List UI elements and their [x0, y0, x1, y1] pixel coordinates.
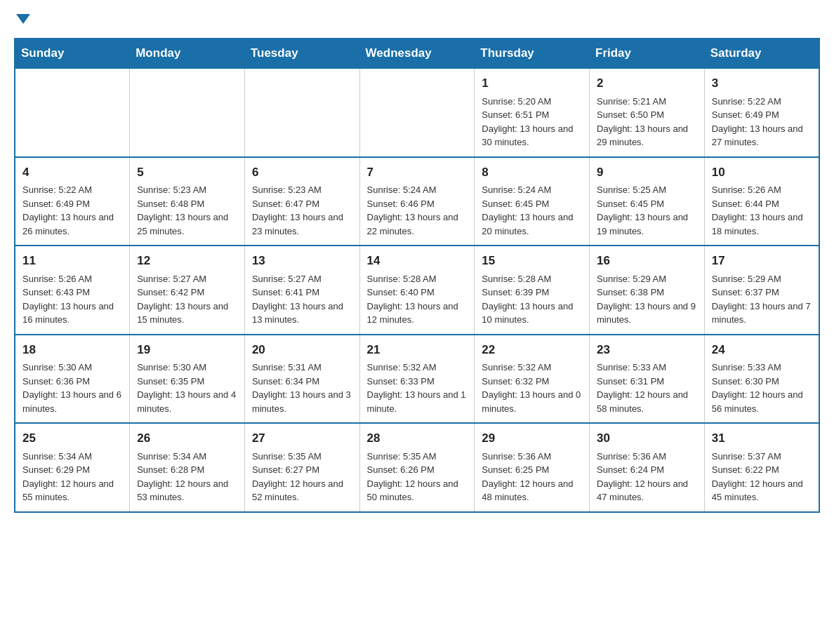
calendar-cell: 19Sunrise: 5:30 AMSunset: 6:35 PMDayligh… [130, 335, 245, 424]
calendar-cell: 22Sunrise: 5:32 AMSunset: 6:32 PMDayligh… [475, 335, 590, 424]
sunset-text: Sunset: 6:24 PM [597, 463, 697, 477]
daylight-text: Daylight: 13 hours and 12 minutes. [367, 300, 468, 327]
daylight-text: Daylight: 13 hours and 19 minutes. [597, 210, 697, 238]
sunset-text: Sunset: 6:35 PM [137, 375, 237, 389]
sunset-text: Sunset: 6:37 PM [712, 286, 812, 300]
day-number: 31 [712, 429, 812, 448]
calendar-cell [244, 68, 359, 157]
calendar-cell: 5Sunrise: 5:23 AMSunset: 6:48 PMDaylight… [130, 157, 245, 246]
day-number: 6 [252, 163, 352, 182]
sunset-text: Sunset: 6:31 PM [597, 375, 697, 389]
sunrise-text: Sunrise: 5:34 AM [22, 450, 122, 464]
daylight-text: Daylight: 13 hours and 16 minutes. [22, 300, 122, 327]
sunset-text: Sunset: 6:48 PM [137, 197, 237, 211]
calendar-cell: 7Sunrise: 5:24 AMSunset: 6:46 PMDaylight… [359, 157, 475, 246]
calendar-cell: 23Sunrise: 5:33 AMSunset: 6:31 PMDayligh… [590, 335, 705, 424]
sunrise-text: Sunrise: 5:21 AM [597, 95, 697, 109]
weekday-header-wednesday: Wednesday [359, 39, 475, 68]
day-number: 13 [252, 252, 352, 270]
sunset-text: Sunset: 6:45 PM [597, 197, 697, 211]
sunset-text: Sunset: 6:27 PM [252, 463, 352, 477]
daylight-text: Daylight: 12 hours and 47 minutes. [597, 477, 697, 504]
weekday-header-sunday: Sunday [15, 39, 130, 68]
day-number: 18 [22, 341, 122, 359]
sunset-text: Sunset: 6:25 PM [482, 463, 582, 477]
sunrise-text: Sunrise: 5:26 AM [22, 272, 122, 286]
daylight-text: Daylight: 13 hours and 10 minutes. [482, 300, 582, 327]
sunrise-text: Sunrise: 5:27 AM [252, 272, 352, 286]
day-number: 11 [22, 252, 122, 270]
sunrise-text: Sunrise: 5:29 AM [597, 272, 697, 286]
calendar-cell: 12Sunrise: 5:27 AMSunset: 6:42 PMDayligh… [130, 246, 245, 335]
daylight-text: Daylight: 12 hours and 45 minutes. [712, 477, 812, 504]
sunrise-text: Sunrise: 5:33 AM [597, 361, 697, 375]
sunset-text: Sunset: 6:47 PM [252, 197, 352, 211]
day-number: 12 [137, 252, 237, 270]
day-number: 1 [482, 74, 582, 93]
daylight-text: Daylight: 12 hours and 52 minutes. [252, 477, 352, 504]
daylight-text: Daylight: 12 hours and 56 minutes. [712, 388, 812, 415]
calendar-cell [359, 68, 475, 157]
daylight-text: Daylight: 13 hours and 7 minutes. [712, 300, 812, 327]
sunrise-text: Sunrise: 5:25 AM [597, 183, 697, 197]
day-number: 27 [252, 429, 352, 448]
calendar-cell: 11Sunrise: 5:26 AMSunset: 6:43 PMDayligh… [15, 246, 130, 335]
daylight-text: Daylight: 12 hours and 58 minutes. [597, 388, 697, 415]
sunset-text: Sunset: 6:39 PM [482, 286, 582, 300]
sunrise-text: Sunrise: 5:29 AM [712, 272, 812, 286]
daylight-text: Daylight: 13 hours and 30 minutes. [482, 122, 582, 149]
sunset-text: Sunset: 6:22 PM [712, 463, 812, 477]
sunset-text: Sunset: 6:30 PM [712, 375, 812, 389]
sunset-text: Sunset: 6:32 PM [482, 375, 582, 389]
calendar-cell: 25Sunrise: 5:34 AMSunset: 6:29 PMDayligh… [15, 423, 130, 512]
calendar-week-row: 4Sunrise: 5:22 AMSunset: 6:49 PMDaylight… [15, 157, 819, 246]
day-number: 14 [367, 252, 468, 270]
day-number: 23 [597, 341, 697, 359]
daylight-text: Daylight: 13 hours and 27 minutes. [712, 122, 812, 149]
calendar-cell: 31Sunrise: 5:37 AMSunset: 6:22 PMDayligh… [704, 423, 819, 512]
sunset-text: Sunset: 6:50 PM [597, 108, 697, 122]
sunrise-text: Sunrise: 5:35 AM [252, 450, 352, 464]
day-number: 28 [367, 429, 468, 448]
day-number: 24 [712, 341, 812, 359]
calendar-cell: 21Sunrise: 5:32 AMSunset: 6:33 PMDayligh… [359, 335, 475, 424]
day-number: 5 [137, 163, 237, 182]
page-header [14, 14, 820, 24]
calendar-cell: 20Sunrise: 5:31 AMSunset: 6:34 PMDayligh… [244, 335, 359, 424]
daylight-text: Daylight: 13 hours and 25 minutes. [137, 210, 237, 238]
calendar-week-row: 11Sunrise: 5:26 AMSunset: 6:43 PMDayligh… [15, 246, 819, 335]
daylight-text: Daylight: 13 hours and 9 minutes. [597, 300, 697, 327]
day-number: 4 [22, 163, 122, 182]
day-number: 20 [252, 341, 352, 359]
calendar-cell: 24Sunrise: 5:33 AMSunset: 6:30 PMDayligh… [704, 335, 819, 424]
sunset-text: Sunset: 6:29 PM [22, 463, 122, 477]
day-number: 25 [22, 429, 122, 448]
calendar-cell: 6Sunrise: 5:23 AMSunset: 6:47 PMDaylight… [244, 157, 359, 246]
calendar-cell: 15Sunrise: 5:28 AMSunset: 6:39 PMDayligh… [475, 246, 590, 335]
sunset-text: Sunset: 6:26 PM [367, 463, 468, 477]
daylight-text: Daylight: 13 hours and 0 minutes. [482, 388, 582, 415]
calendar-cell: 27Sunrise: 5:35 AMSunset: 6:27 PMDayligh… [244, 423, 359, 512]
calendar-cell: 29Sunrise: 5:36 AMSunset: 6:25 PMDayligh… [475, 423, 590, 512]
calendar-header-row: SundayMondayTuesdayWednesdayThursdayFrid… [15, 39, 819, 68]
sunset-text: Sunset: 6:42 PM [137, 286, 237, 300]
sunset-text: Sunset: 6:38 PM [597, 286, 697, 300]
daylight-text: Daylight: 13 hours and 6 minutes. [22, 388, 122, 415]
weekday-header-thursday: Thursday [475, 39, 590, 68]
day-number: 29 [482, 429, 582, 448]
sunrise-text: Sunrise: 5:24 AM [482, 183, 582, 197]
day-number: 26 [137, 429, 237, 448]
sunset-text: Sunset: 6:33 PM [367, 375, 468, 389]
day-number: 9 [597, 163, 697, 182]
sunrise-text: Sunrise: 5:26 AM [712, 183, 812, 197]
calendar-cell: 1Sunrise: 5:20 AMSunset: 6:51 PMDaylight… [475, 68, 590, 157]
daylight-text: Daylight: 13 hours and 1 minute. [367, 388, 468, 415]
day-number: 19 [137, 341, 237, 359]
calendar-week-row: 1Sunrise: 5:20 AMSunset: 6:51 PMDaylight… [15, 68, 819, 157]
calendar-cell: 16Sunrise: 5:29 AMSunset: 6:38 PMDayligh… [590, 246, 705, 335]
sunrise-text: Sunrise: 5:36 AM [597, 450, 697, 464]
day-number: 22 [482, 341, 582, 359]
sunset-text: Sunset: 6:28 PM [137, 463, 237, 477]
sunrise-text: Sunrise: 5:37 AM [712, 450, 812, 464]
sunrise-text: Sunrise: 5:32 AM [482, 361, 582, 375]
